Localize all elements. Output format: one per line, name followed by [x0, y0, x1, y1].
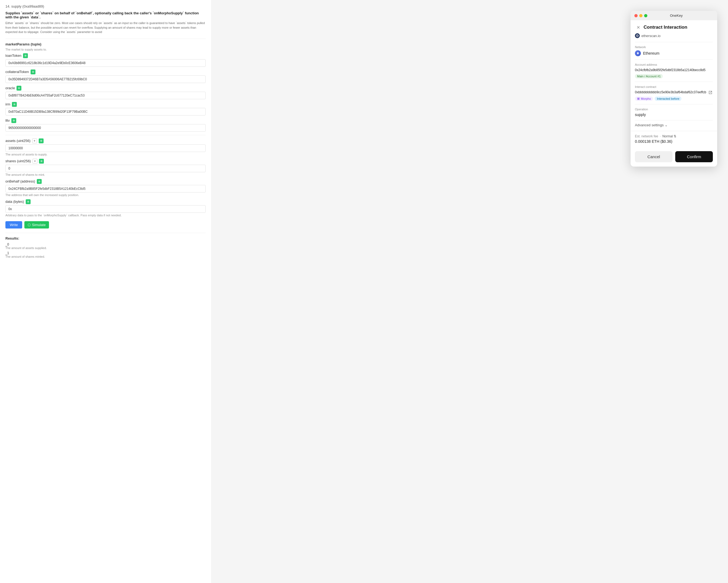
confirm-button[interactable]: Confirm — [675, 151, 713, 162]
irm-input[interactable] — [5, 108, 206, 115]
assets-label: assets (uint256) + ⊕ — [5, 138, 206, 143]
loan-token-input[interactable] — [5, 59, 206, 67]
contract-label: Interact contract — [635, 85, 713, 88]
contract-tags: M Morpho Interacted before — [635, 96, 713, 101]
modal-action-buttons: Cancel Confirm — [630, 148, 717, 167]
shares-label: shares (uint256) + ⊕ — [5, 159, 206, 164]
assets-group: assets (uint256) + ⊕ The amount of asset… — [5, 138, 206, 156]
modal-source-row: etherscan.io — [630, 33, 717, 42]
network-section: Network Ethereum — [630, 42, 717, 59]
irm-group: irm ⊕ — [5, 102, 206, 115]
onbehalf-copy-btn[interactable]: ⊕ — [37, 179, 42, 184]
account-address: 0x24cfbfb2a9b85f2fe5dbf2318b5a12140becc8… — [635, 68, 713, 73]
network-fee-section: Est. network fee · Normal ⇅ 0.000138 ETH… — [630, 131, 717, 148]
simulate-button[interactable]: ⬡ Simulate — [24, 221, 49, 228]
advanced-settings-label: Advanced settings — [635, 123, 664, 127]
updown-icon: ⇅ — [674, 134, 676, 138]
function-note: Either `assets` or `shares` should be ze… — [5, 21, 206, 34]
collateral-token-copy-btn[interactable]: ⊕ — [31, 70, 35, 74]
traffic-light-yellow[interactable] — [639, 14, 643, 17]
collateral-token-group: collateralToken ⊕ — [5, 70, 206, 83]
modal-titlebar: OneKey — [630, 11, 717, 20]
function-description: Supplies `assets` or `shares` on behalf … — [5, 11, 206, 19]
lltv-copy-btn[interactable]: ⊕ — [11, 118, 16, 123]
chevron-down-icon: ⌄ — [665, 123, 668, 127]
data-bytes-copy-btn[interactable]: ⊕ — [26, 199, 31, 204]
advanced-settings-row[interactable]: Advanced settings ⌄ — [630, 120, 717, 130]
data-bytes-hint: Arbitrary data to pass to the `onMorphoS… — [5, 214, 206, 217]
modal-heading: Contract Interaction — [644, 25, 687, 30]
operation-value: supply — [635, 112, 713, 117]
main-page: 14. supply (0xa99aad89) Supplies `assets… — [0, 0, 211, 583]
lltv-group: lltv ⊕ — [5, 118, 206, 132]
results-title: Results: — [5, 236, 206, 241]
results-section: Results: _0 The amount of assets supplie… — [5, 236, 206, 258]
shares-input[interactable] — [5, 165, 206, 172]
tag-interacted: Interacted before — [655, 96, 681, 101]
irm-label: irm ⊕ — [5, 102, 206, 107]
data-bytes-group: data (bytes) ⊕ Arbitrary data to pass to… — [5, 199, 206, 217]
onbehalf-group: onBehalf (address) ⊕ The address that wi… — [5, 179, 206, 197]
market-params-sublabel: The market to supply assets to. — [5, 48, 206, 51]
assets-copy-btn[interactable]: ⊕ — [39, 138, 44, 143]
cancel-button[interactable]: Cancel — [635, 151, 673, 162]
operation-label: Operation — [635, 108, 713, 111]
onbehalf-input[interactable] — [5, 185, 206, 193]
data-bytes-label: data (bytes) ⊕ — [5, 199, 206, 204]
dot-separator: · — [660, 134, 660, 138]
ethereum-icon — [635, 50, 641, 56]
oracle-label: oracle ⊕ — [5, 86, 206, 90]
network-label: Network — [635, 46, 713, 49]
simulate-icon: ⬡ — [28, 223, 31, 227]
result-key-0: _0 — [5, 243, 206, 246]
shares-plus-btn[interactable]: + — [32, 159, 37, 164]
fee-speed-badge[interactable]: Normal ⇅ — [662, 134, 676, 138]
shares-copy-btn[interactable]: ⊕ — [39, 159, 44, 164]
contract-address-row: 0xbbbbbbbbbb9cc5e90e3b3af64bdaf62c37eeff… — [635, 90, 713, 95]
oracle-copy-btn[interactable]: ⊕ — [17, 86, 21, 90]
onbehalf-hint: The address that will own the increased … — [5, 193, 206, 197]
account-section: Account address 0x24cfbfb2a9b85f2fe5dbf2… — [630, 60, 717, 82]
account-label: Account address — [635, 63, 713, 66]
write-button[interactable]: Write — [5, 221, 22, 228]
collateral-token-input[interactable] — [5, 76, 206, 83]
account-badge: Main / Account #1 — [635, 74, 663, 78]
lltv-input[interactable] — [5, 124, 206, 132]
traffic-light-red[interactable] — [634, 14, 638, 17]
tag-morpho: M Morpho — [635, 96, 653, 101]
modal-window-title: OneKey — [649, 13, 704, 18]
result-item-0: _0 The amount of assets supplied. — [5, 243, 206, 250]
loan-token-copy-btn[interactable]: ⊕ — [23, 53, 28, 58]
modal-body: ✕ Contract Interaction etherscan.io Netw… — [630, 20, 717, 167]
loan-token-group: loanToken ⊕ — [5, 53, 206, 67]
result-desc-1: The amount of shares minted. — [5, 255, 206, 258]
market-params-label: marketParams (tuple) — [5, 42, 206, 46]
fee-amount: 0.000138 ETH ($0.36) — [635, 139, 713, 144]
assets-input[interactable] — [5, 144, 206, 152]
result-item-1: _1 The amount of shares minted. — [5, 251, 206, 258]
onbehalf-label: onBehalf (address) ⊕ — [5, 179, 206, 184]
contract-address: 0xbbbbbbbbbb9cc5e90e3b3af64bdaf62c37eeff… — [635, 90, 707, 95]
close-icon: ✕ — [636, 25, 640, 30]
svg-point-1 — [637, 35, 638, 36]
etherscan-icon — [635, 33, 640, 38]
modal-header-row: ✕ Contract Interaction — [630, 20, 717, 33]
svg-text:M: M — [638, 98, 639, 100]
action-buttons: Write ⬡ Simulate — [5, 221, 206, 228]
page-title: 14. supply (0xa99aad89) — [5, 4, 206, 8]
etherscan-text: etherscan.io — [642, 34, 660, 38]
data-bytes-input[interactable] — [5, 205, 206, 213]
irm-copy-btn[interactable]: ⊕ — [12, 102, 17, 107]
assets-plus-btn[interactable]: + — [32, 138, 37, 143]
fee-label-row: Est. network fee · Normal ⇅ — [635, 134, 713, 138]
traffic-light-green[interactable] — [644, 14, 647, 17]
external-link-icon[interactable] — [708, 90, 713, 95]
assets-hint: The amount of assets to supply. — [5, 153, 206, 156]
lltv-label: lltv ⊕ — [5, 118, 206, 123]
shares-group: shares (uint256) + ⊕ The amount of share… — [5, 159, 206, 176]
oracle-input[interactable] — [5, 92, 206, 99]
onekey-modal: OneKey ✕ Contract Interaction etherscan.… — [630, 11, 717, 167]
operation-section: Operation supply — [630, 104, 717, 120]
modal-close-button[interactable]: ✕ — [635, 24, 642, 31]
network-name: Ethereum — [643, 51, 659, 55]
